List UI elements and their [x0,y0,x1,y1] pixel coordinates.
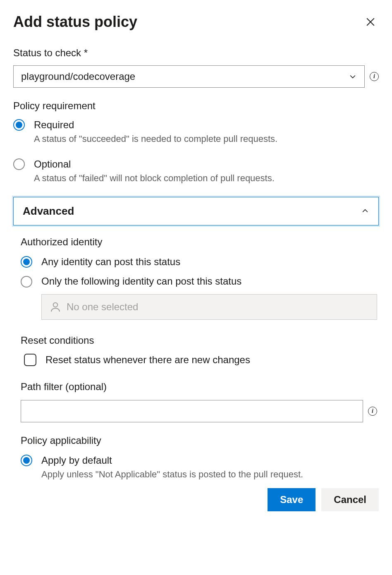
authorized-identity-heading: Authorized identity [21,236,377,248]
save-button[interactable]: Save [268,488,316,511]
cancel-button[interactable]: Cancel [321,488,379,511]
identity-picker[interactable]: No one selected [41,294,377,320]
chevron-down-icon [349,72,357,81]
person-icon [49,301,62,313]
identity-any-radio[interactable] [21,256,32,268]
reset-conditions-heading: Reset conditions [21,335,377,346]
policy-applicability-heading: Policy applicability [21,435,377,446]
identity-picker-placeholder: No one selected [67,301,138,313]
path-filter-info-icon[interactable]: i [368,407,377,416]
status-to-check-info-icon[interactable]: i [370,72,379,81]
policy-optional-label[interactable]: Optional [34,158,379,170]
reset-status-label[interactable]: Reset status whenever there are new chan… [45,354,250,366]
dialog-title: Add status policy [13,13,137,31]
policy-optional-desc: A status of "failed" will not block comp… [34,172,379,184]
status-to-check-select[interactable]: playground/codecoverage [13,65,365,88]
chevron-up-icon [361,207,369,215]
policy-optional-radio[interactable] [13,158,25,170]
policy-required-label[interactable]: Required [34,118,379,131]
advanced-heading: Advanced [23,205,74,218]
policy-required-radio[interactable] [13,119,25,131]
apply-default-label[interactable]: Apply by default [41,454,377,467]
path-filter-heading: Path filter (optional) [21,381,377,393]
advanced-accordion[interactable]: Advanced [13,197,379,225]
status-to-check-value: playground/codecoverage [21,71,135,82]
path-filter-input[interactable] [21,400,363,422]
identity-any-label[interactable]: Any identity can post this status [41,255,180,268]
policy-required-desc: A status of "succeeded" is needed to com… [34,133,379,145]
reset-status-checkbox[interactable] [24,354,36,366]
close-icon [364,16,377,28]
apply-default-desc: Apply unless "Not Applicable" status is … [41,468,377,481]
status-to-check-label: Status to check * [13,47,379,59]
close-button[interactable] [362,14,379,30]
apply-default-radio[interactable] [21,455,32,466]
svg-point-0 [53,303,58,307]
policy-requirement-heading: Policy requirement [13,100,379,112]
identity-specific-label[interactable]: Only the following identity can post thi… [41,275,241,288]
identity-specific-radio[interactable] [21,276,32,288]
